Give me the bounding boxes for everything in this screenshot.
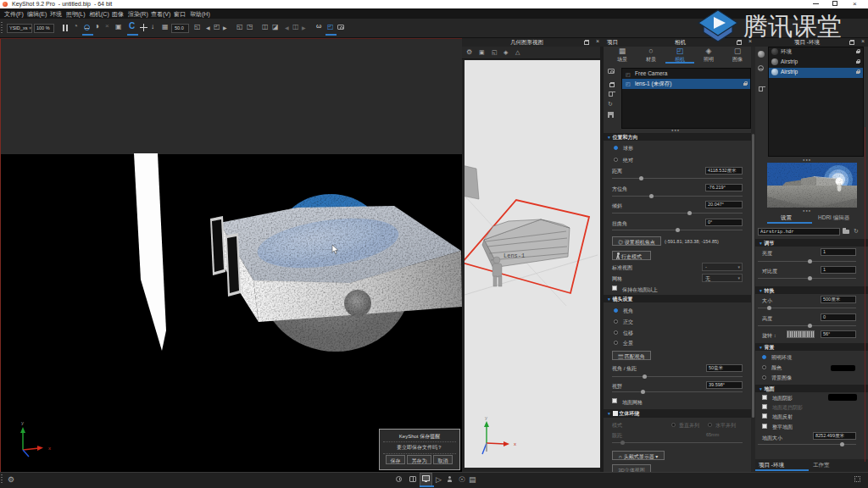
svg-text:x: x — [514, 441, 516, 446]
svg-text:y: y — [485, 415, 487, 420]
svg-text:x: x — [48, 446, 51, 451]
svg-text:y: y — [21, 420, 24, 425]
svg-text:Lens-1: Lens-1 — [504, 252, 525, 259]
